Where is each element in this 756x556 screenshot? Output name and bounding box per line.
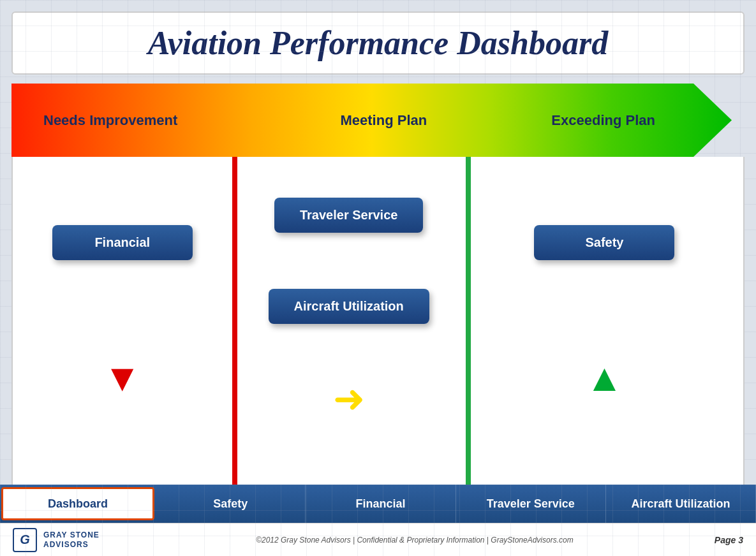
label-needs-improvement: Needs Improvement xyxy=(43,112,177,129)
arrow-bar-container: Needs Improvement Meeting Plan Exceeding… xyxy=(11,84,745,157)
label-meeting-plan: Meeting Plan xyxy=(340,112,427,129)
content-area: Financial ▼ Traveler Service Aircraft Ut… xyxy=(11,157,745,485)
logo-name-line1: GRAY STONE xyxy=(43,530,100,539)
trend-arrow-down: ▼ xyxy=(103,359,141,397)
kpi-aircraft-utilization[interactable]: Aircraft Utilization xyxy=(269,289,429,324)
logo-text: GRAY STONE ADVISORS xyxy=(43,530,100,549)
main-container: Aviation Performance Dashboard Needs Imp… xyxy=(0,0,756,556)
page-title: Aviation Performance Dashboard xyxy=(32,24,724,62)
footer-copyright: ©2012 Gray Stone Advisors | Confidential… xyxy=(115,536,715,545)
title-area: Aviation Performance Dashboard xyxy=(11,11,745,75)
footer-page-number: Page 3 xyxy=(715,535,743,545)
nav-traveler-service[interactable]: Traveler Service xyxy=(456,485,606,523)
col-exceeding-plan: Safety ▲ xyxy=(466,157,743,485)
kpi-traveler-service[interactable]: Traveler Service xyxy=(274,198,423,233)
trend-arrow-up: ▲ xyxy=(586,359,623,397)
nav-aircraft-utilization[interactable]: Aircraft Utilization xyxy=(606,485,756,523)
kpi-financial[interactable]: Financial xyxy=(52,225,193,260)
kpi-safety[interactable]: Safety xyxy=(534,225,674,260)
col-meeting-plan: Traveler Service Aircraft Utilization ➜ xyxy=(232,157,466,485)
trend-arrow-right: ➜ xyxy=(333,380,365,418)
performance-arrow: Needs Improvement Meeting Plan Exceeding… xyxy=(11,84,732,157)
logo-name-line2: ADVISORS xyxy=(43,540,100,549)
col-needs-improvement: Financial ▼ xyxy=(13,157,232,485)
nav-dashboard[interactable]: Dashboard xyxy=(1,487,154,520)
footer-logo: G GRAY STONE ADVISORS xyxy=(13,528,115,552)
logo-icon: G xyxy=(13,528,37,552)
bottom-navigation: Dashboard Safety Financial Traveler Serv… xyxy=(0,485,756,523)
footer: G GRAY STONE ADVISORS ©2012 Gray Stone A… xyxy=(0,523,756,556)
nav-safety[interactable]: Safety xyxy=(156,485,306,523)
label-exceeding-plan: Exceeding Plan xyxy=(551,112,655,129)
nav-financial[interactable]: Financial xyxy=(306,485,456,523)
